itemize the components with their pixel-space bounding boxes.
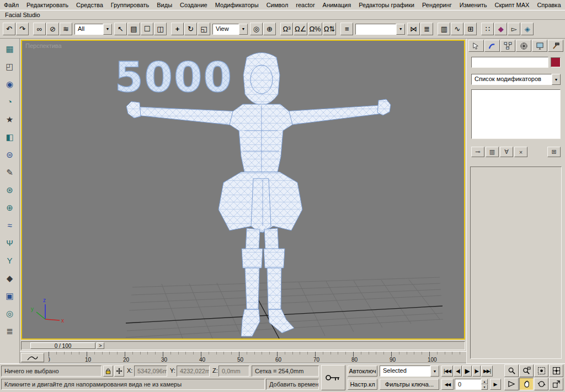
undo-icon[interactable]: ↶ (3, 23, 15, 35)
tab-modify[interactable] (484, 40, 500, 52)
auto-key-button[interactable]: Автоключ (348, 366, 377, 377)
selection-region-icon[interactable]: ☐ (141, 23, 153, 35)
menu-item[interactable]: Модификаторы (211, 1, 263, 9)
absolute-offset-toggle-button[interactable] (114, 366, 124, 377)
left-toolbar-icon[interactable]: ◉ (3, 78, 17, 90)
reference-coordinate-dropdown[interactable]: View ▼ (212, 24, 248, 35)
redo-icon[interactable]: ↷ (16, 23, 29, 35)
chevron-down-icon[interactable]: ▼ (396, 24, 405, 35)
object-name-input[interactable] (472, 57, 548, 67)
zoom-button[interactable] (504, 364, 519, 377)
select-and-manipulate-icon[interactable]: ⊕ (263, 23, 276, 35)
left-toolbar-icon[interactable]: ◧ (3, 131, 17, 143)
mirror-icon[interactable]: ⋈ (407, 23, 420, 35)
go-to-start-button[interactable]: |◀◀ (441, 366, 453, 377)
track-bar[interactable]: 0102030405060708090100 (20, 351, 466, 363)
bind-to-space-warp-icon[interactable]: ≋ (60, 23, 72, 35)
percent-snap-icon[interactable]: Ω% (308, 23, 322, 35)
edit-named-selections-icon[interactable]: ≡ (340, 23, 353, 35)
tab-create[interactable] (468, 40, 484, 52)
key-mode-toggle-button[interactable]: ◀◀ (441, 379, 454, 390)
named-selection-dropdown[interactable]: ▼ (355, 24, 405, 35)
menu-item[interactable]: Справка (533, 1, 564, 9)
play-button[interactable]: ▶ (462, 366, 471, 377)
menu-item[interactable]: Анимация (319, 1, 355, 9)
menu-item[interactable]: Средства (72, 1, 107, 9)
menu-item[interactable]: Редакторы графики (355, 1, 418, 9)
unlink-selection-icon[interactable]: ⊘ (46, 23, 59, 35)
object-name-field[interactable] (471, 57, 548, 68)
curve-editor-icon[interactable]: ∿ (451, 23, 463, 35)
menu-item[interactable]: Изменить (456, 1, 491, 9)
configure-modifier-sets-icon[interactable]: ⊞ (547, 147, 561, 157)
tab-motion[interactable] (516, 40, 531, 52)
selection-filter-dropdown[interactable]: All ▼ (74, 24, 112, 35)
min-max-toggle-button[interactable] (549, 378, 563, 390)
show-end-result-icon[interactable]: ▥ (486, 147, 499, 157)
modifier-list-dropdown[interactable]: Список модификаторов ▼ (471, 74, 561, 85)
menu-item[interactable]: Рендеринг (418, 1, 456, 9)
menu-item[interactable]: Файл (0, 1, 23, 9)
zoom-extents-all-button[interactable] (549, 364, 563, 377)
track-bar-ruler[interactable]: 0102030405060708090100 (49, 352, 465, 363)
spinner-snap-icon[interactable]: Ω⇅ (323, 23, 337, 35)
menu-item[interactable]: reactor (292, 1, 318, 9)
next-frame-arrow-icon[interactable]: > (97, 342, 104, 349)
left-toolbar-icon[interactable]: ≣ (3, 325, 17, 337)
go-forward-button[interactable]: ▶ (490, 379, 501, 390)
menu-item[interactable]: Редактировать (23, 1, 72, 9)
left-toolbar-icon[interactable]: ≈ (3, 219, 17, 231)
quick-render-icon[interactable]: ◈ (521, 23, 534, 35)
left-toolbar-icon[interactable]: ▦ (3, 43, 17, 55)
key-filters-button[interactable]: Фильтры ключа... (380, 379, 439, 390)
angle-snap-icon[interactable]: Ω∠ (294, 23, 307, 35)
object-color-swatch[interactable] (551, 57, 561, 67)
next-frame-button[interactable]: |▶ (472, 366, 481, 377)
left-toolbar-icon[interactable]: ⊛ (3, 184, 17, 196)
left-toolbar-icon[interactable]: ✎ (3, 167, 17, 178)
chevron-down-icon[interactable]: ▼ (430, 366, 439, 377)
pan-button[interactable] (519, 378, 534, 390)
time-slider-handle[interactable]: 0 / 100 (30, 342, 95, 349)
tab-utilities[interactable] (548, 40, 563, 52)
z-coordinate-field[interactable]: 0,0mm (218, 366, 249, 377)
remove-modifier-icon[interactable]: × (514, 147, 527, 157)
left-toolbar-icon[interactable]: ⊕ (3, 202, 17, 213)
set-key-button[interactable]: Настр.кл (348, 379, 377, 390)
perspective-viewport[interactable]: 5000 (21, 40, 465, 340)
zoom-extents-button[interactable] (534, 364, 548, 377)
menu-item[interactable]: Символ (263, 1, 292, 9)
chevron-down-icon[interactable]: ▼ (103, 24, 112, 35)
modifier-stack-list[interactable] (471, 89, 561, 139)
facial-studio-menu-item[interactable]: Facial Studio (0, 12, 45, 18)
selection-lock-button[interactable] (103, 366, 113, 377)
menu-item[interactable]: Виды (153, 1, 176, 9)
chevron-down-icon[interactable]: ▼ (552, 74, 561, 85)
viewport-label[interactable]: Перспектива (25, 42, 62, 49)
previous-frame-button[interactable]: ◀| (454, 366, 462, 377)
layer-manager-icon[interactable]: ▥ (438, 23, 450, 35)
y-coordinate-field[interactable]: 4232,022m (177, 366, 210, 377)
left-toolbar-icon[interactable]: ◰ (3, 61, 17, 72)
left-toolbar-icon[interactable]: Υ (3, 255, 17, 266)
left-toolbar-icon[interactable]: ◎ (3, 308, 17, 319)
window-crossing-icon[interactable]: ◫ (154, 23, 167, 35)
tab-hierarchy[interactable] (500, 40, 516, 52)
render-type-icon[interactable]: ▻ (508, 23, 520, 35)
named-selection-input[interactable] (359, 25, 396, 32)
schematic-view-icon[interactable]: ⊞ (464, 23, 477, 35)
menu-item[interactable]: Создание (176, 1, 211, 9)
menu-item[interactable]: Скрипт MAX (491, 1, 533, 9)
tab-display[interactable] (532, 40, 547, 52)
open-mini-curve-editor-button[interactable] (21, 353, 44, 362)
snap-toggle-3d-icon[interactable]: Ω³ (280, 23, 293, 35)
left-toolbar-icon[interactable]: ★ (3, 114, 17, 125)
current-time-field[interactable]: 0 (455, 379, 481, 390)
left-toolbar-icon[interactable]: ◔ (3, 96, 17, 108)
left-toolbar-icon[interactable]: ◆ (3, 272, 17, 284)
select-object-icon[interactable]: ↖ (114, 23, 127, 35)
add-time-tag-field[interactable]: Добавить времен (266, 379, 319, 390)
text-object-5000[interactable]: 5000 (115, 53, 233, 101)
spinner-up-icon[interactable]: ▲ (481, 379, 488, 384)
go-to-end-button[interactable]: ▶▶| (481, 366, 493, 377)
